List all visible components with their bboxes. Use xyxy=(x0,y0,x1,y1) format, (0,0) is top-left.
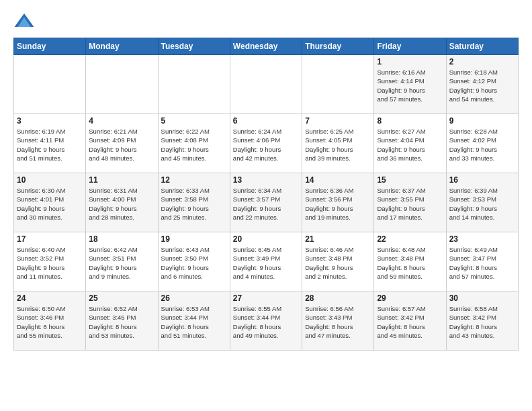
day-number: 21 xyxy=(305,234,371,244)
calendar-day-cell: 16Sunrise: 6:39 AMSunset: 3:53 PMDayligh… xyxy=(446,173,518,232)
calendar-day-cell xyxy=(158,55,230,114)
day-number: 17 xyxy=(17,234,83,244)
calendar-day-cell: 9Sunrise: 6:28 AMSunset: 4:02 PMDaylight… xyxy=(446,114,518,173)
calendar-day-cell: 7Sunrise: 6:25 AMSunset: 4:05 PMDaylight… xyxy=(302,114,374,173)
day-info: Sunrise: 6:58 AMSunset: 3:42 PMDaylight:… xyxy=(449,304,515,340)
calendar-day-header: Friday xyxy=(374,38,446,55)
day-info: Sunrise: 6:55 AMSunset: 3:44 PMDaylight:… xyxy=(233,304,299,340)
calendar-day-cell: 4Sunrise: 6:21 AMSunset: 4:09 PMDaylight… xyxy=(86,114,158,173)
calendar-week-row: 10Sunrise: 6:30 AMSunset: 4:01 PMDayligh… xyxy=(14,173,519,232)
calendar-week-row: 17Sunrise: 6:40 AMSunset: 3:52 PMDayligh… xyxy=(14,232,519,291)
day-info: Sunrise: 6:48 AMSunset: 3:48 PMDaylight:… xyxy=(377,245,443,281)
day-info: Sunrise: 6:52 AMSunset: 3:45 PMDaylight:… xyxy=(89,304,154,340)
calendar-day-header: Sunday xyxy=(14,38,86,55)
calendar-day-cell: 28Sunrise: 6:56 AMSunset: 3:43 PMDayligh… xyxy=(302,291,374,351)
day-info: Sunrise: 6:42 AMSunset: 3:51 PMDaylight:… xyxy=(89,245,154,281)
day-info: Sunrise: 6:56 AMSunset: 3:43 PMDaylight:… xyxy=(305,304,371,340)
calendar-day-cell: 13Sunrise: 6:34 AMSunset: 3:57 PMDayligh… xyxy=(230,173,302,232)
day-number: 1 xyxy=(377,57,443,66)
day-number: 3 xyxy=(17,116,83,126)
calendar-day-cell: 18Sunrise: 6:42 AMSunset: 3:51 PMDayligh… xyxy=(86,232,158,291)
calendar-day-cell: 17Sunrise: 6:40 AMSunset: 3:52 PMDayligh… xyxy=(14,232,86,291)
logo xyxy=(13,11,38,32)
day-number: 16 xyxy=(449,175,515,185)
day-info: Sunrise: 6:39 AMSunset: 3:53 PMDaylight:… xyxy=(449,186,515,222)
day-number: 9 xyxy=(449,116,515,126)
day-info: Sunrise: 6:49 AMSunset: 3:47 PMDaylight:… xyxy=(449,245,515,281)
day-number: 22 xyxy=(377,234,443,244)
calendar-day-cell: 3Sunrise: 6:19 AMSunset: 4:11 PMDaylight… xyxy=(14,114,86,173)
calendar-day-cell: 15Sunrise: 6:37 AMSunset: 3:55 PMDayligh… xyxy=(374,173,446,232)
logo-icon xyxy=(13,11,35,32)
calendar-day-cell: 29Sunrise: 6:57 AMSunset: 3:42 PMDayligh… xyxy=(374,291,446,351)
calendar-day-header: Monday xyxy=(86,38,158,55)
day-number: 26 xyxy=(161,293,227,303)
day-number: 11 xyxy=(89,175,154,185)
header xyxy=(13,11,519,32)
day-number: 13 xyxy=(233,175,299,185)
day-number: 5 xyxy=(161,116,227,126)
day-info: Sunrise: 6:19 AMSunset: 4:11 PMDaylight:… xyxy=(17,127,83,163)
day-info: Sunrise: 6:57 AMSunset: 3:42 PMDaylight:… xyxy=(377,304,443,340)
calendar-day-cell: 5Sunrise: 6:22 AMSunset: 4:08 PMDaylight… xyxy=(158,114,230,173)
day-number: 18 xyxy=(89,234,154,244)
calendar-day-cell: 12Sunrise: 6:33 AMSunset: 3:58 PMDayligh… xyxy=(158,173,230,232)
calendar-day-header: Wednesday xyxy=(230,38,302,55)
day-number: 15 xyxy=(377,175,443,185)
calendar-week-row: 1Sunrise: 6:16 AMSunset: 4:14 PMDaylight… xyxy=(14,55,519,114)
day-info: Sunrise: 6:27 AMSunset: 4:04 PMDaylight:… xyxy=(377,127,443,163)
calendar-day-cell xyxy=(302,55,374,114)
calendar-day-header: Saturday xyxy=(446,38,518,55)
calendar-week-row: 24Sunrise: 6:50 AMSunset: 3:46 PMDayligh… xyxy=(14,291,519,351)
day-info: Sunrise: 6:25 AMSunset: 4:05 PMDaylight:… xyxy=(305,127,371,163)
calendar-day-header: Thursday xyxy=(302,38,374,55)
calendar-day-cell xyxy=(230,55,302,114)
calendar-day-cell: 10Sunrise: 6:30 AMSunset: 4:01 PMDayligh… xyxy=(14,173,86,232)
calendar-day-cell: 21Sunrise: 6:46 AMSunset: 3:48 PMDayligh… xyxy=(302,232,374,291)
day-number: 20 xyxy=(233,234,299,244)
calendar-day-cell: 11Sunrise: 6:31 AMSunset: 4:00 PMDayligh… xyxy=(86,173,158,232)
day-info: Sunrise: 6:34 AMSunset: 3:57 PMDaylight:… xyxy=(233,186,299,222)
day-number: 7 xyxy=(305,116,371,126)
day-number: 23 xyxy=(449,234,515,244)
day-info: Sunrise: 6:18 AMSunset: 4:12 PMDaylight:… xyxy=(449,68,515,103)
page: SundayMondayTuesdayWednesdayThursdayFrid… xyxy=(0,0,532,361)
day-number: 6 xyxy=(233,116,299,126)
calendar-week-row: 3Sunrise: 6:19 AMSunset: 4:11 PMDaylight… xyxy=(14,114,519,173)
calendar-day-cell: 8Sunrise: 6:27 AMSunset: 4:04 PMDaylight… xyxy=(374,114,446,173)
day-number: 24 xyxy=(17,293,83,303)
calendar-day-cell: 30Sunrise: 6:58 AMSunset: 3:42 PMDayligh… xyxy=(446,291,518,351)
calendar-day-cell: 23Sunrise: 6:49 AMSunset: 3:47 PMDayligh… xyxy=(446,232,518,291)
calendar-table: SundayMondayTuesdayWednesdayThursdayFrid… xyxy=(13,38,519,351)
day-number: 10 xyxy=(17,175,83,185)
calendar-day-cell: 19Sunrise: 6:43 AMSunset: 3:50 PMDayligh… xyxy=(158,232,230,291)
day-number: 12 xyxy=(161,175,227,185)
calendar-day-cell: 2Sunrise: 6:18 AMSunset: 4:12 PMDaylight… xyxy=(446,55,518,114)
day-number: 2 xyxy=(449,57,515,66)
day-info: Sunrise: 6:36 AMSunset: 3:56 PMDaylight:… xyxy=(305,186,371,222)
day-number: 30 xyxy=(449,293,515,303)
calendar-day-cell: 22Sunrise: 6:48 AMSunset: 3:48 PMDayligh… xyxy=(374,232,446,291)
calendar-day-cell: 1Sunrise: 6:16 AMSunset: 4:14 PMDaylight… xyxy=(374,55,446,114)
calendar-day-cell: 24Sunrise: 6:50 AMSunset: 3:46 PMDayligh… xyxy=(14,291,86,351)
calendar-day-cell xyxy=(86,55,158,114)
day-info: Sunrise: 6:46 AMSunset: 3:48 PMDaylight:… xyxy=(305,245,371,281)
day-info: Sunrise: 6:43 AMSunset: 3:50 PMDaylight:… xyxy=(161,245,227,281)
calendar-day-cell: 25Sunrise: 6:52 AMSunset: 3:45 PMDayligh… xyxy=(86,291,158,351)
day-info: Sunrise: 6:37 AMSunset: 3:55 PMDaylight:… xyxy=(377,186,443,222)
day-info: Sunrise: 6:40 AMSunset: 3:52 PMDaylight:… xyxy=(17,245,83,281)
day-number: 4 xyxy=(89,116,154,126)
calendar-day-cell: 26Sunrise: 6:53 AMSunset: 3:44 PMDayligh… xyxy=(158,291,230,351)
calendar-day-header: Tuesday xyxy=(158,38,230,55)
calendar-day-cell: 6Sunrise: 6:24 AMSunset: 4:06 PMDaylight… xyxy=(230,114,302,173)
day-number: 14 xyxy=(305,175,371,185)
day-info: Sunrise: 6:16 AMSunset: 4:14 PMDaylight:… xyxy=(377,68,443,103)
day-info: Sunrise: 6:30 AMSunset: 4:01 PMDaylight:… xyxy=(17,186,83,222)
day-info: Sunrise: 6:53 AMSunset: 3:44 PMDaylight:… xyxy=(161,304,227,340)
day-number: 27 xyxy=(233,293,299,303)
day-info: Sunrise: 6:50 AMSunset: 3:46 PMDaylight:… xyxy=(17,304,83,340)
day-info: Sunrise: 6:28 AMSunset: 4:02 PMDaylight:… xyxy=(449,127,515,163)
day-number: 28 xyxy=(305,293,371,303)
calendar-day-cell: 20Sunrise: 6:45 AMSunset: 3:49 PMDayligh… xyxy=(230,232,302,291)
calendar-day-cell xyxy=(14,55,86,114)
